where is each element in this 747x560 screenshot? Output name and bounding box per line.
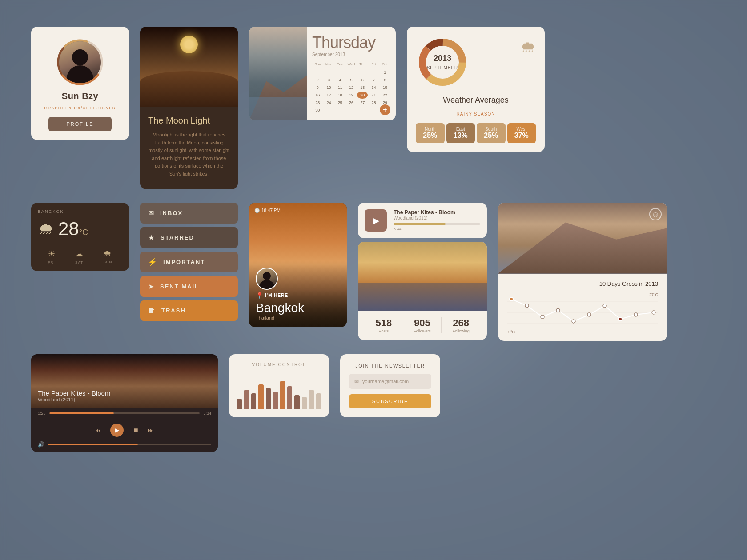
rewind-button[interactable]: ⏮	[95, 427, 101, 434]
followers-label: Followers	[403, 329, 442, 333]
vol-bar-11[interactable]	[309, 390, 314, 409]
cal-cell: 25	[335, 99, 345, 106]
moon-hills	[140, 71, 238, 107]
vol-bar-3[interactable]	[251, 393, 256, 409]
weather-avg-title: Weather Averages	[443, 96, 508, 105]
vol-bar-7[interactable]	[280, 381, 285, 409]
moon-description: Moonlight is the light that reaches Eart…	[148, 131, 230, 178]
calendar-water	[249, 97, 307, 120]
sun-icon: 🌧	[104, 249, 112, 258]
cal-cell: 4	[335, 76, 345, 84]
cal-cell: 12	[346, 84, 357, 91]
profile-button[interactable]: PROFILE	[48, 117, 111, 131]
vol-bar-10[interactable]	[302, 397, 307, 409]
stat-value: 25%	[423, 132, 437, 139]
row-3: The Paper Kites - Bloom Woodland (2011) …	[31, 354, 716, 452]
music-album: Woodland (2011)	[394, 216, 480, 220]
vol-bar-12[interactable]	[316, 393, 321, 409]
stat-label: North	[418, 127, 442, 132]
clock-icon: 🕐	[254, 208, 260, 213]
social-stat-following: 268 Following	[442, 317, 480, 333]
subscribe-button[interactable]: SUBSCRIBE	[349, 394, 431, 408]
weather-day-fri: ☀ FRI	[48, 249, 55, 264]
row-2: BANGKOK 🌧 28°C ☀ FRI ☁ SAT 🌧 SUN	[31, 203, 716, 341]
cal-cell: 22	[380, 92, 390, 99]
map-card: 🕐 18:47 PM 📍 I'M HERE Bangkok Thailand	[249, 203, 347, 327]
calendar-card: Thursday September 2013 Sun Mon Tue Wed …	[249, 27, 396, 120]
sat-icon: ☁	[75, 249, 83, 259]
social-image	[358, 242, 487, 311]
vol-bar-6[interactable]	[273, 392, 278, 409]
sent-icon: ➤	[148, 282, 154, 291]
weather-main: 🌧 28°C	[38, 218, 122, 240]
profile-name: Sun Bzy	[62, 91, 98, 101]
map-city: Bangkok	[256, 301, 340, 315]
moon-card: The Moon Light Moonlight is the light th…	[140, 27, 238, 189]
newsletter-card: JOIN THE NEWSLETTER ✉ yourname@mail.com …	[340, 354, 440, 417]
cal-cell: 24	[323, 99, 334, 106]
cal-cell: 16	[312, 92, 323, 99]
newsletter-input-container[interactable]: ✉ yourname@mail.com	[349, 374, 431, 389]
volume-slider[interactable]	[48, 444, 211, 445]
profile-card: Sun Bzy GRAPHIC & UX/UI DESIGNER PROFILE	[31, 27, 129, 140]
profile-ring	[56, 38, 104, 87]
map-here-label: I'M HERE	[265, 293, 288, 298]
cal-cell	[346, 107, 357, 114]
cal-mon: Mon	[323, 61, 334, 67]
calendar-month: September 2013	[312, 52, 390, 57]
sat-label: SAT	[75, 260, 83, 264]
cal-cell: 26	[346, 99, 357, 106]
vol-bar-2[interactable]	[244, 390, 249, 409]
play-pause-button[interactable]: ▶	[110, 424, 124, 437]
cal-cell	[368, 69, 379, 76]
cal-today: 20	[357, 92, 368, 99]
vol-bar-1[interactable]	[237, 399, 242, 409]
calendar-header: Sun Mon Tue Wed Thu Fri Sat	[312, 61, 390, 67]
cal-cell: 1	[380, 69, 390, 76]
star-icon: ★	[148, 233, 154, 242]
weather-city: BANGKOK	[38, 209, 122, 214]
map-time-text: 18:47 PM	[261, 208, 281, 213]
weather-stat-east: East 13%	[446, 123, 475, 143]
calendar-day: Thursday	[312, 33, 390, 52]
volume-fill	[48, 444, 138, 445]
inbox-button[interactable]: ✉ INBOX	[140, 203, 238, 224]
music-title: The Paper Kites - Bloom	[394, 209, 480, 216]
fast-forward-button[interactable]: ⏭	[148, 427, 154, 434]
trash-button[interactable]: 🗑 TRASH	[140, 300, 238, 321]
important-button[interactable]: ⚡ IMPORTANT	[140, 252, 238, 272]
cal-cell: 10	[323, 84, 334, 91]
starred-button[interactable]: ★ STARRED	[140, 227, 238, 248]
cal-cell: 14	[368, 84, 379, 91]
weather-rain-icon: 🌧	[38, 220, 54, 238]
play-button[interactable]: ▶	[365, 209, 387, 232]
svg-point-20	[634, 313, 638, 316]
starred-label: STARRED	[161, 234, 194, 241]
stop-button[interactable]: ⏹	[133, 427, 139, 434]
cal-cell: 28	[368, 99, 379, 106]
music-full-progress-container[interactable]	[49, 412, 200, 414]
avatar	[59, 41, 101, 83]
vol-bar-4[interactable]	[258, 384, 263, 409]
pin-icon: 📍	[256, 292, 263, 299]
cal-cell: 11	[335, 84, 345, 91]
map-country: Thailand	[256, 315, 340, 320]
chart-high-temp: 27°C	[649, 292, 658, 297]
cal-cell: 21	[368, 92, 379, 99]
line-chart-svg	[507, 292, 658, 332]
vol-bar-8[interactable]	[287, 386, 292, 409]
weather-day-sat: ☁ SAT	[75, 249, 83, 264]
svg-point-12	[510, 297, 513, 301]
sent-button[interactable]: ➤ SENT MAIL	[140, 276, 238, 297]
newsletter-email-input[interactable]: yourname@mail.com	[362, 379, 409, 384]
calendar-add-button[interactable]: +	[380, 104, 390, 115]
cal-cell: 8	[380, 76, 390, 84]
music-full-progress-fill	[49, 412, 114, 414]
social-stat-followers: 905 Followers	[403, 317, 442, 333]
vol-bar-9[interactable]	[294, 395, 299, 409]
stat-label: West	[510, 127, 534, 132]
svg-point-17	[587, 313, 591, 316]
chart-image: ◎	[498, 203, 667, 274]
cal-cell: 17	[323, 92, 334, 99]
vol-bar-5[interactable]	[266, 388, 271, 409]
